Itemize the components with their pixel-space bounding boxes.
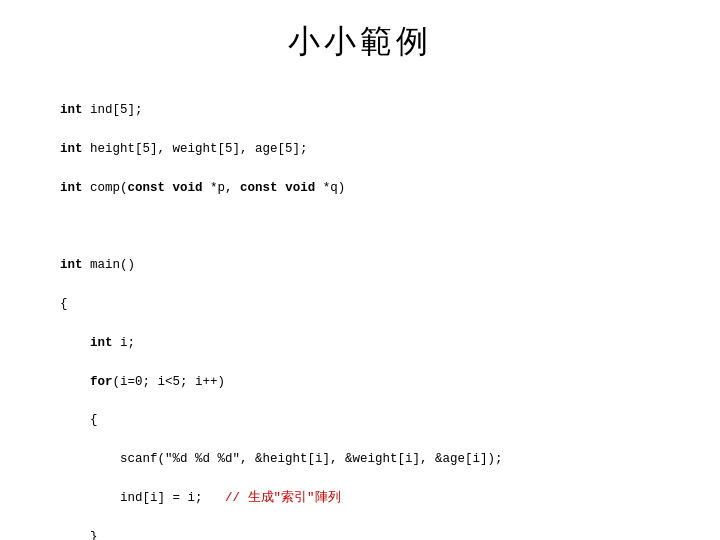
code-block: int ind[5]; int height[5], weight[5], ag… — [30, 82, 690, 540]
line-6: { — [60, 297, 68, 311]
line-12: } — [60, 530, 98, 540]
page-title: 小小範例 — [30, 20, 690, 64]
line-8: for(i=0; i<5; i++) — [60, 375, 225, 389]
line-7: int i; — [60, 336, 135, 350]
line-10: scanf("%d %d %d", &height[i], &weight[i]… — [60, 452, 503, 466]
page-container: 小小範例 int ind[5]; int height[5], weight[5… — [0, 0, 720, 540]
line-11: ind[i] = i; // 生成"索引"陣列 — [60, 491, 341, 505]
line-2: int height[5], weight[5], age[5]; — [60, 142, 308, 156]
line-9: { — [60, 413, 98, 427]
line-1: int ind[5]; — [60, 103, 143, 117]
line-5: int main() — [60, 258, 135, 272]
line-3: int comp(const void *p, const void *q) — [60, 181, 345, 195]
